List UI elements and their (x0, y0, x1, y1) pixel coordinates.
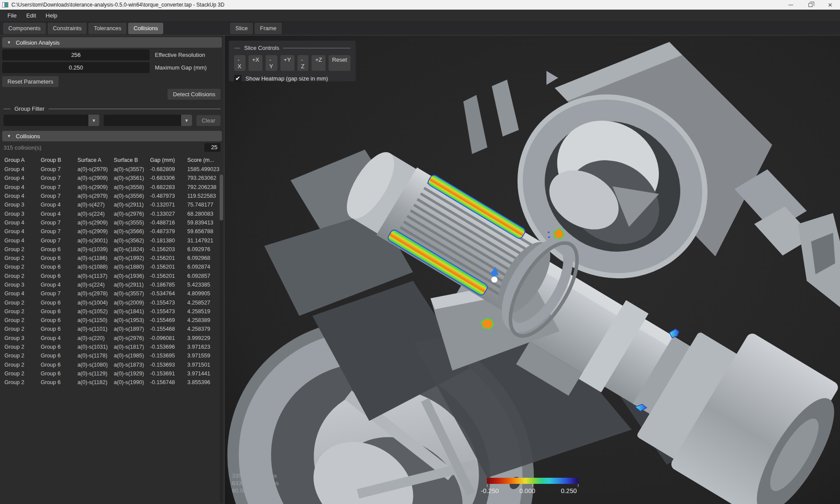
group-filter-title: Group Filter (14, 105, 45, 112)
table-cell: 75.748177 (187, 202, 224, 208)
table-cell: a(0)-s(1182) (77, 379, 114, 385)
group-filter-separator: Group Filter (4, 105, 220, 112)
table-cell: Group 4 (4, 228, 41, 234)
table-cell: a(0)-s(1080) (77, 362, 114, 368)
close-button[interactable]: ✕ (820, 0, 840, 10)
column-header[interactable]: Group A (4, 157, 41, 163)
table-cell: Group 4 (41, 335, 77, 341)
table-cell: -0.682283 (150, 184, 187, 190)
table-row[interactable]: Group 3Group 4a(0)-s(220)a(0)-s(2976)-0.… (0, 334, 224, 343)
page-size-input[interactable]: 25 (204, 143, 220, 152)
column-header[interactable]: Score (m... (187, 157, 224, 163)
column-header[interactable]: Surface A (77, 157, 114, 163)
tab-frame[interactable]: Frame (255, 23, 282, 34)
left-tab-strip: Components Constraints Tolerances Collis… (0, 21, 224, 35)
menu-help[interactable]: Help (41, 10, 62, 21)
scrollbar-thumb[interactable] (220, 175, 223, 220)
menu-edit[interactable]: Edit (21, 10, 41, 21)
table-row[interactable]: Group 2Group 6a(0)-s(1150)a(0)-s(1953)-0… (0, 316, 224, 325)
table-cell: -0.156201 (150, 264, 187, 270)
heatmap-checkbox[interactable]: ✔ (234, 75, 242, 82)
table-row[interactable]: Group 2Group 6a(0)-s(1101)a(0)-s(1897)-0… (0, 325, 224, 333)
table-cell: a(0)-s(1824) (114, 246, 150, 252)
minimize-button[interactable] (781, 0, 801, 10)
table-cell: a(0)-s(1129) (77, 371, 114, 377)
reset-parameters-button[interactable]: Reset Parameters (2, 76, 59, 87)
table-cell: 4.809905 (187, 290, 224, 297)
column-header[interactable]: Gap (mm) (150, 157, 187, 163)
table-scrollbar[interactable] (220, 175, 223, 503)
table-cell: a(0)-s(1052) (77, 308, 114, 315)
table-cell: Group 3 (4, 211, 41, 217)
table-row[interactable]: Group 2Group 6a(0)-s(1080)a(0)-s(1873)-0… (0, 360, 224, 369)
title-bar: C:\Users\tom\Downloads\tolerance-analysi… (0, 0, 840, 10)
combo-a-dropdown-button[interactable]: ▼ (88, 115, 99, 126)
column-header[interactable]: Group B (41, 157, 77, 163)
tab-constraints[interactable]: Constraints (48, 23, 87, 34)
clear-filter-button[interactable]: Clear (196, 115, 220, 126)
table-row[interactable]: Group 4Group 7a(0)-s(2978)a(0)-s(3557)-0… (0, 289, 224, 298)
group-filter-combo-a[interactable]: ▼ (4, 115, 99, 126)
table-row[interactable]: Group 4Group 7a(0)-s(2979)a(0)-s(3557)-0… (0, 165, 224, 174)
tab-components[interactable]: Components (3, 23, 46, 34)
table-cell: a(0)-s(1873) (114, 362, 150, 368)
table-cell: Group 2 (4, 273, 41, 279)
table-row[interactable]: Group 2Group 6a(0)-s(1182)a(0)-s(1990)-0… (0, 378, 224, 387)
collision-panel: ▼ Collision Analysis 256 Effective Resol… (0, 35, 224, 504)
table-row[interactable]: Group 2Group 6a(0)-s(1178)a(0)-s(1985)-0… (0, 351, 224, 360)
tab-collisions[interactable]: Collisions (128, 23, 163, 34)
slice-minus-z-button[interactable]: -Z (298, 55, 309, 71)
maximize-button[interactable] (801, 0, 820, 10)
table-row[interactable]: Group 2Group 6a(0)-s(1088)a(0)-s(1880)-0… (0, 262, 224, 271)
table-cell: a(0)-s(220) (77, 335, 114, 341)
table-cell: Group 6 (41, 379, 77, 385)
table-row[interactable]: Group 2Group 6a(0)-s(1031)a(0)-s(1817)-0… (0, 343, 224, 351)
table-row[interactable]: Group 4Group 7a(0)-s(2909)a(0)-s(3566)-0… (0, 227, 224, 236)
table-cell: a(0)-s(2909) (77, 228, 114, 234)
slice-plus-x-button[interactable]: +X (248, 55, 262, 71)
table-row[interactable]: Group 3Group 4a(0)-s(224)a(0)-s(2976)-0.… (0, 209, 224, 218)
resolution-input[interactable]: 256 (2, 49, 150, 60)
group-filter-combo-b[interactable]: ▼ (104, 115, 192, 126)
table-row[interactable]: Group 4Group 7a(0)-s(2909)a(0)-s(3561)-0… (0, 174, 224, 182)
table-cell: -0.156748 (150, 379, 187, 385)
viewport-canvas[interactable] (225, 36, 840, 504)
table-row[interactable]: Group 4Group 7a(0)-s(2909)a(0)-s(3555)-0… (0, 218, 224, 227)
table-row[interactable]: Group 2Group 6a(0)-s(1186)a(0)-s(1992)-0… (0, 254, 224, 262)
slice-minus-y-button[interactable]: -Y (266, 55, 277, 71)
slice-plus-y-button[interactable]: +Y (280, 55, 294, 71)
tab-slice[interactable]: Slice (230, 23, 253, 34)
menu-file[interactable]: File (3, 10, 21, 21)
table-cell: 4.258379 (187, 326, 224, 332)
collision-analysis-header[interactable]: ▼ Collision Analysis (2, 37, 222, 48)
table-row[interactable]: Group 2Group 6a(0)-s(1052)a(0)-s(1841)-0… (0, 307, 224, 316)
table-row[interactable]: Group 2Group 6a(0)-s(1137)a(0)-s(1936)-0… (0, 272, 224, 280)
slice-controls-title: Slice Controls (244, 45, 279, 51)
table-cell: Group 7 (41, 290, 77, 297)
table-cell: Group 3 (4, 335, 41, 341)
slice-plus-z-button[interactable]: +Z (312, 55, 326, 71)
collisions-header[interactable]: ▼ Collisions (2, 131, 222, 141)
table-row[interactable]: Group 2Group 6a(0)-s(1004)a(0)-s(2009)-0… (0, 298, 224, 307)
detect-collisions-button[interactable]: Detect Collisions (168, 89, 220, 100)
table-row[interactable]: Group 4Group 7a(0)-s(2909)a(0)-s(3558)-0… (0, 183, 224, 192)
tab-tolerances[interactable]: Tolerances (88, 23, 126, 34)
table-cell: Group 2 (4, 246, 41, 252)
window-title: C:\Users\tom\Downloads\tolerance-analysi… (11, 2, 224, 8)
combo-b-dropdown-button[interactable]: ▼ (181, 115, 192, 126)
max-gap-input[interactable]: 0.250 (2, 62, 150, 73)
slice-reset-button[interactable]: Reset (329, 55, 350, 71)
table-row[interactable]: Group 2Group 6a(0)-s(1039)a(0)-s(1824)-0… (0, 245, 224, 254)
slice-minus-x-button[interactable]: -X (234, 55, 245, 71)
table-cell: 31.147921 (187, 238, 224, 244)
viewport-3d[interactable]: Slice Controls -X +X -Y +Y -Z +Z Reset ✔… (225, 36, 840, 504)
table-row[interactable]: Group 3Group 4a(0)-s(427)a(0)-s(2911)-0.… (0, 200, 224, 209)
table-row[interactable]: Group 4Group 7a(0)-s(2979)a(0)-s(3556)-0… (0, 192, 224, 200)
table-cell: a(0)-s(3557) (114, 290, 150, 297)
column-header[interactable]: Surface B (114, 157, 150, 163)
table-row[interactable]: Group 4Group 7a(0)-s(3001)a(0)-s(3562)-0… (0, 236, 224, 245)
table-cell: Group 2 (4, 255, 41, 261)
table-row[interactable]: Group 2Group 6a(0)-s(1129)a(0)-s(1929)-0… (0, 369, 224, 378)
table-cell: 5.423385 (187, 282, 224, 288)
table-row[interactable]: Group 3Group 4a(0)-s(224)a(0)-s(2911)-0.… (0, 280, 224, 289)
